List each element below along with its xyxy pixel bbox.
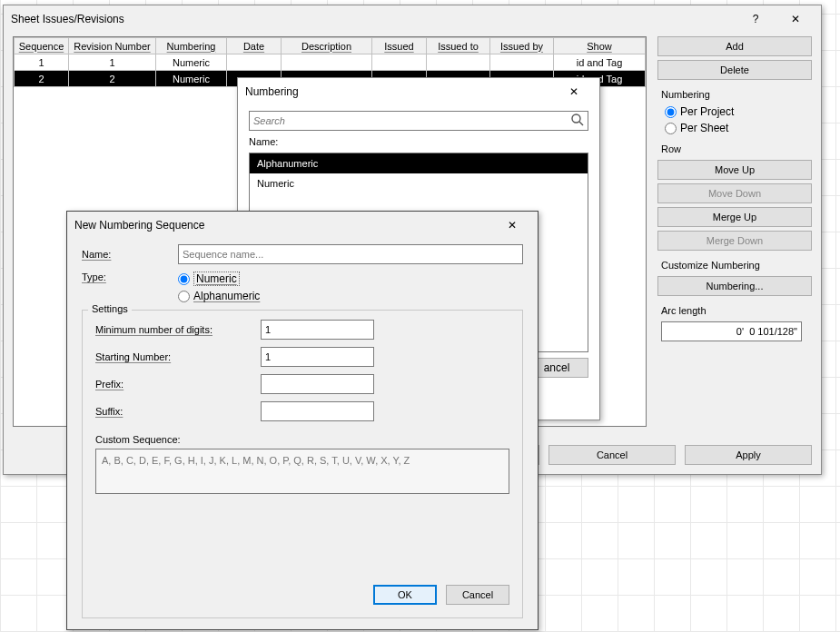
customize-group-label: Customize Numbering (661, 260, 812, 271)
ok-button[interactable]: OK (373, 585, 437, 605)
close-icon[interactable]: ✕ (494, 214, 530, 236)
col-revnum[interactable]: Revision Number (69, 38, 156, 54)
titlebar[interactable]: Sheet Issues/Revisions ? ✕ (4, 5, 821, 33)
list-item[interactable]: Alphanumeric (250, 153, 588, 173)
help-icon[interactable]: ? (737, 8, 774, 30)
start-number-input[interactable] (261, 347, 374, 367)
suffix-input[interactable] (261, 401, 374, 421)
prefix-input[interactable] (261, 374, 374, 394)
svg-point-0 (572, 114, 580, 123)
col-desc[interactable]: Description (282, 38, 372, 54)
per-sheet-label: Per Sheet (680, 122, 728, 134)
close-icon[interactable]: ✕ (556, 81, 592, 103)
start-number-label: Starting Number: (95, 351, 250, 362)
cancel-button[interactable]: Cancel (446, 585, 509, 605)
merge-up-button[interactable]: Merge Up (657, 207, 812, 227)
dialog-title: New Numbering Sequence (74, 219, 494, 232)
move-up-button[interactable]: Move Up (657, 160, 812, 180)
col-sequence[interactable]: Sequence (15, 38, 69, 54)
cancel-button[interactable]: Cancel (548, 445, 676, 465)
search-box (249, 111, 588, 131)
col-numbering[interactable]: Numbering (156, 38, 227, 54)
list-item[interactable]: Numeric (250, 173, 588, 193)
name-input[interactable] (178, 244, 523, 264)
add-button[interactable]: Add (657, 36, 812, 56)
search-icon[interactable] (570, 113, 585, 130)
prefix-label: Prefix: (95, 379, 250, 390)
arc-length-label: Arc length (661, 305, 812, 316)
per-project-label: Per Project (680, 105, 734, 118)
per-project-radio[interactable] (665, 106, 677, 118)
suffix-label: Suffix: (95, 406, 250, 417)
name-label: Name: (82, 249, 163, 260)
name-label: Name: (249, 136, 588, 147)
min-digits-label: Minimum number of digits: (95, 324, 250, 335)
type-numeric-radio[interactable] (178, 273, 190, 285)
move-down-button: Move Down (657, 183, 812, 203)
per-sheet-radio[interactable] (665, 123, 677, 134)
new-numbering-dialog: New Numbering Sequence ✕ Name: Type: Num… (66, 211, 539, 630)
type-alpha-radio[interactable] (178, 291, 190, 302)
col-issuedby[interactable]: Issued by (490, 38, 554, 54)
delete-button[interactable]: Delete (657, 60, 812, 80)
svg-line-1 (579, 122, 583, 125)
apply-button[interactable]: Apply (685, 445, 812, 465)
window-controls: ? ✕ (737, 8, 814, 30)
type-numeric-label: Numeric (193, 272, 240, 286)
col-show[interactable]: Show (554, 38, 646, 54)
close-icon[interactable]: ✕ (777, 8, 814, 30)
custom-seq-label: Custom Sequence: (95, 434, 509, 445)
dialog-title: Sheet Issues/Revisions (11, 13, 737, 25)
table-row[interactable]: 1 1 Numeric id and Tag (15, 54, 646, 71)
titlebar[interactable]: Numbering ✕ (238, 78, 599, 105)
search-input[interactable] (249, 111, 588, 131)
side-panel: Add Delete Numbering Per Project Per She… (657, 36, 812, 427)
numbering-group-label: Numbering (661, 89, 812, 100)
arc-length-input[interactable] (661, 321, 802, 341)
type-alpha-label: Alphanumeric (193, 290, 260, 302)
titlebar[interactable]: New Numbering Sequence ✕ (67, 212, 538, 239)
min-digits-input[interactable] (261, 320, 374, 340)
settings-group: Settings Minimum number of digits: Start… (82, 310, 523, 618)
numbering-button[interactable]: Numbering... (657, 276, 812, 296)
merge-down-button: Merge Down (657, 231, 812, 251)
settings-legend: Settings (88, 303, 132, 314)
dialog-title: Numbering (245, 85, 556, 98)
col-issuedto[interactable]: Issued to (427, 38, 490, 54)
col-issued[interactable]: Issued (372, 38, 427, 54)
col-date[interactable]: Date (227, 38, 282, 54)
custom-sequence-area (95, 449, 509, 494)
row-group-label: Row (661, 143, 812, 154)
type-label: Type: (82, 272, 163, 282)
